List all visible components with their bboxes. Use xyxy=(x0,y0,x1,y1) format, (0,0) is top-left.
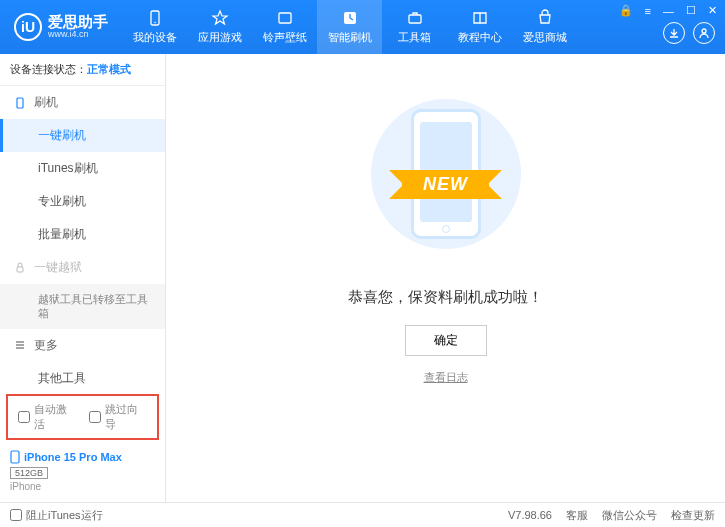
ok-button[interactable]: 确定 xyxy=(405,325,487,356)
nav-apps[interactable]: 应用游戏 xyxy=(187,0,252,54)
footer-link-wechat[interactable]: 微信公众号 xyxy=(602,508,657,523)
sidebar-item-itunes[interactable]: iTunes刷机 xyxy=(0,152,165,185)
nav-flash[interactable]: 智能刷机 xyxy=(317,0,382,54)
flash-icon xyxy=(341,9,359,27)
minimize-button[interactable]: — xyxy=(661,5,676,17)
download-button[interactable] xyxy=(663,22,685,44)
apps-icon xyxy=(211,9,229,27)
lock-icon[interactable]: 🔒 xyxy=(617,4,635,17)
version-label: V7.98.66 xyxy=(508,509,552,521)
svg-rect-6 xyxy=(17,98,23,108)
app-subtitle: www.i4.cn xyxy=(48,30,108,40)
ringtone-icon xyxy=(276,9,294,27)
footer-link-support[interactable]: 客服 xyxy=(566,508,588,523)
top-nav: 我的设备 应用游戏 铃声壁纸 智能刷机 工具箱 教程中心 爱思商城 xyxy=(122,0,577,54)
view-log-link[interactable]: 查看日志 xyxy=(424,370,468,385)
jailbreak-note: 越狱工具已转移至工具箱 xyxy=(0,284,165,329)
nav-store[interactable]: 爱思商城 xyxy=(512,0,577,54)
success-illustration: NEW xyxy=(366,84,526,264)
new-ribbon: NEW xyxy=(407,170,484,199)
window-controls: 🔒 ≡ — ☐ ✕ xyxy=(617,4,719,17)
footer-link-update[interactable]: 检查更新 xyxy=(671,508,715,523)
sidebar-item-batch[interactable]: 批量刷机 xyxy=(0,218,165,251)
group-flash[interactable]: 刷机 xyxy=(0,86,165,119)
list-icon xyxy=(14,339,26,351)
sidebar-item-oneclick[interactable]: 一键刷机 xyxy=(0,119,165,152)
svg-rect-7 xyxy=(17,267,23,272)
store-icon xyxy=(536,9,554,27)
sidebar: 设备连接状态：正常模式 刷机 一键刷机 iTunes刷机 专业刷机 批量刷机 一… xyxy=(0,54,166,502)
app-header: iU 爱思助手 www.i4.cn 我的设备 应用游戏 铃声壁纸 智能刷机 工具… xyxy=(0,0,725,54)
block-itunes-checkbox[interactable]: 阻止iTunes运行 xyxy=(10,508,103,523)
svg-rect-8 xyxy=(11,451,19,463)
close-button[interactable]: ✕ xyxy=(706,4,719,17)
options-box: 自动激活 跳过向导 xyxy=(6,394,159,440)
svg-point-5 xyxy=(702,29,706,33)
nav-tutorials[interactable]: 教程中心 xyxy=(447,0,512,54)
nav-my-device[interactable]: 我的设备 xyxy=(122,0,187,54)
book-icon xyxy=(471,9,489,27)
device-icon xyxy=(146,9,164,27)
svg-rect-4 xyxy=(409,15,421,23)
auto-activate-checkbox[interactable]: 自动激活 xyxy=(18,402,77,432)
sidebar-item-pro[interactable]: 专业刷机 xyxy=(0,185,165,218)
device-capacity: 512GB xyxy=(10,467,48,479)
device-icon xyxy=(10,450,20,464)
lock-icon xyxy=(14,262,26,274)
device-status: 设备连接状态：正常模式 xyxy=(0,54,165,86)
device-info[interactable]: iPhone 15 Pro Max 512GB iPhone xyxy=(0,444,165,502)
device-type: iPhone xyxy=(10,481,155,492)
phone-icon xyxy=(14,97,26,109)
main-content: NEW 恭喜您，保资料刷机成功啦！ 确定 查看日志 xyxy=(166,54,725,502)
logo-icon: iU xyxy=(14,13,42,41)
nav-toolbox[interactable]: 工具箱 xyxy=(382,0,447,54)
footer: 阻止iTunes运行 V7.98.66 客服 微信公众号 检查更新 xyxy=(0,502,725,527)
nav-ringtones[interactable]: 铃声壁纸 xyxy=(252,0,317,54)
user-button[interactable] xyxy=(693,22,715,44)
svg-point-1 xyxy=(154,22,156,24)
sidebar-item-other[interactable]: 其他工具 xyxy=(0,362,165,390)
skip-guide-checkbox[interactable]: 跳过向导 xyxy=(89,402,148,432)
menu-icon[interactable]: ≡ xyxy=(643,5,653,17)
group-jailbreak: 一键越狱 xyxy=(0,251,165,284)
app-title: 爱思助手 xyxy=(48,14,108,31)
maximize-button[interactable]: ☐ xyxy=(684,4,698,17)
svg-rect-2 xyxy=(279,13,291,23)
toolbox-icon xyxy=(406,9,424,27)
logo-block: iU 爱思助手 www.i4.cn xyxy=(0,13,122,41)
success-message: 恭喜您，保资料刷机成功啦！ xyxy=(348,288,543,307)
group-more[interactable]: 更多 xyxy=(0,329,165,362)
